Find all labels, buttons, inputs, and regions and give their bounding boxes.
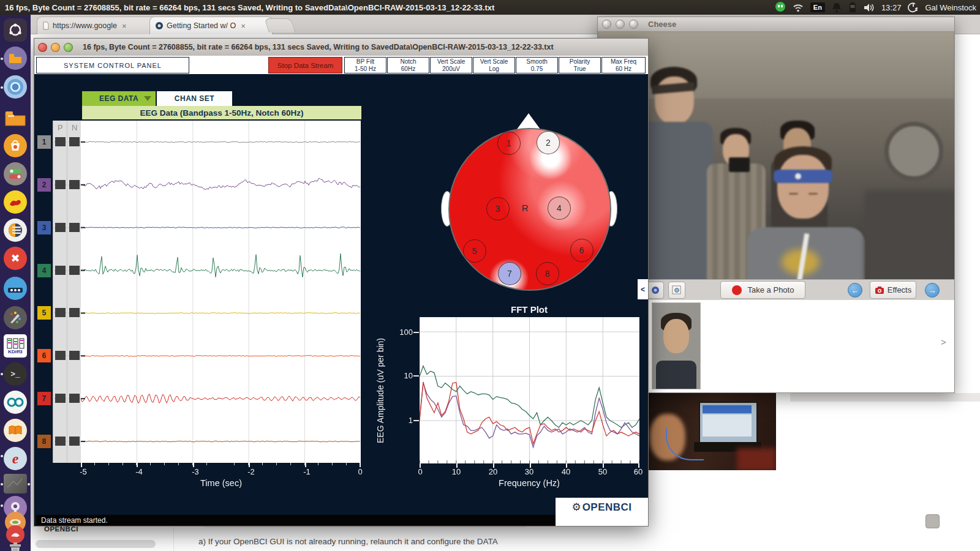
browser-tab-google[interactable]: https://www.google × (37, 17, 157, 34)
maximize-button-icon[interactable] (64, 43, 73, 52)
channel-button[interactable]: 2 (37, 178, 51, 192)
window-button-icon[interactable] (616, 20, 625, 29)
vert-scale-button[interactable]: Vert Scale200uV (430, 57, 472, 73)
polarity-button[interactable]: PolarityTrue (559, 57, 601, 73)
channel-button[interactable]: 6 (37, 349, 51, 362)
openbci-titlebar[interactable]: 16 fps, Byte Count = 27608855, bit rate … (34, 39, 648, 56)
bp-filter-button[interactable]: BP Filt1-50 Hz (344, 57, 386, 73)
impedance-p-button[interactable] (55, 223, 66, 232)
volume-icon[interactable] (864, 3, 875, 12)
channel-button[interactable]: 1 (37, 135, 51, 149)
files-icon[interactable] (4, 47, 27, 70)
x-tick-mark (305, 463, 306, 467)
e-script-app-icon[interactable]: e (4, 447, 27, 470)
system-settings-icon[interactable] (4, 162, 27, 186)
channel-button[interactable]: 4 (37, 264, 51, 277)
genie-app-icon[interactable] (4, 190, 27, 214)
electrode-6[interactable]: 6 (570, 239, 594, 262)
terminal-icon[interactable]: >_ (4, 362, 27, 386)
new-tab-button[interactable] (264, 18, 295, 32)
smooth-button[interactable]: Smooth0.75 (516, 57, 558, 73)
photo-viewer-button[interactable] (668, 282, 685, 299)
tab-eeg-data[interactable]: EEG DATA (82, 91, 156, 106)
vert-scale-log-button[interactable]: Vert ScaleLog (473, 57, 515, 73)
toggle-bottom: True (559, 66, 600, 73)
impedance-p-button[interactable] (55, 351, 66, 360)
tab-close-icon[interactable]: × (122, 21, 127, 31)
electrode-8[interactable]: 8 (536, 262, 559, 285)
layout-collapse-button[interactable]: < (638, 279, 648, 299)
channel-button[interactable]: 3 (37, 221, 51, 234)
arduino-icon[interactable] (4, 391, 27, 414)
impedance-n-button[interactable] (69, 180, 80, 189)
electrode-4[interactable]: 4 (548, 197, 571, 220)
channel-button[interactable]: 7 (37, 392, 51, 405)
thumbnail-scroll-right[interactable]: > (941, 337, 946, 347)
photo-thumbnail[interactable] (652, 302, 701, 389)
max-freq-button[interactable]: Max Freq60 Hz (601, 57, 646, 73)
impedance-p-button[interactable] (55, 266, 66, 275)
take-photo-button[interactable]: Take a Photo (720, 281, 805, 299)
browser-tab-getting-started[interactable]: Getting Started w/ O × (149, 17, 273, 34)
impedance-n-button[interactable] (69, 437, 80, 446)
electrode-3[interactable]: 3 (486, 197, 510, 220)
impedance-n-button[interactable] (69, 308, 80, 317)
webcam-source-button[interactable] (647, 282, 664, 299)
session-menu-icon[interactable] (908, 2, 918, 13)
impedance-p-button[interactable] (55, 137, 66, 146)
wifi-icon[interactable] (793, 3, 804, 12)
hangouts-icon[interactable] (775, 2, 786, 13)
chromium-icon[interactable] (4, 75, 27, 99)
window-button-icon[interactable] (629, 20, 638, 29)
electrode-2[interactable]: 2 (537, 131, 560, 154)
notification-bell-icon[interactable] (832, 2, 842, 13)
eclipse-icon[interactable] (4, 219, 27, 242)
book-reader-icon[interactable] (4, 419, 27, 442)
chevron-down-icon (144, 96, 151, 101)
clock[interactable]: 13:27 (881, 3, 902, 12)
x-tick: 20 (489, 467, 497, 476)
electrode-1[interactable]: 1 (497, 132, 521, 155)
screenshot-thumbnail-icon[interactable] (4, 474, 27, 493)
keyboard-layout-indicator[interactable]: En (810, 2, 825, 12)
ubuntu-dash-icon[interactable] (4, 18, 27, 42)
red-x-app-icon[interactable]: ✖ (4, 247, 27, 270)
fft-y-axis-label: EEG Amplitude (uV per bin) (375, 338, 385, 443)
channel-button[interactable]: 8 (37, 435, 51, 448)
impedance-n-button[interactable] (69, 223, 80, 232)
channel-button[interactable]: 5 (37, 306, 51, 320)
gimp-icon[interactable] (4, 306, 27, 329)
folder-icon[interactable] (4, 106, 27, 129)
impedance-n-button[interactable] (69, 394, 80, 403)
secondary-video-frame (647, 392, 776, 470)
impedance-n-button[interactable] (69, 137, 80, 146)
impedance-p-button[interactable] (55, 394, 66, 403)
cheese-titlebar[interactable]: Cheese (598, 17, 954, 32)
tab-chan-set[interactable]: CHAN SET (157, 91, 232, 106)
impedance-p-button[interactable] (55, 180, 66, 189)
effects-button[interactable]: Effects (870, 281, 916, 299)
impedance-n-button[interactable] (69, 351, 80, 360)
window-button-icon[interactable] (602, 20, 611, 29)
kdiff3-icon[interactable]: KDiff3 (4, 334, 27, 358)
effects-next-button[interactable]: → (925, 283, 940, 298)
electrode-7[interactable]: 7 (498, 262, 521, 285)
effects-prev-button[interactable]: ← (848, 283, 862, 298)
impedance-p-button[interactable] (55, 308, 66, 317)
minimize-button-icon[interactable] (51, 43, 60, 52)
blue-dots-app-icon[interactable] (4, 277, 27, 300)
impedance-p-button[interactable] (55, 437, 66, 446)
software-center-icon[interactable] (4, 134, 27, 157)
tab-close-icon[interactable]: × (241, 21, 246, 31)
page-corner-widget[interactable] (925, 514, 940, 528)
system-control-panel-button[interactable]: SYSTEM CONTROL PANEL (36, 57, 189, 73)
impedance-n-button[interactable] (69, 266, 80, 275)
eeg-data-header: EEG Data (Bandpass 1-50Hz, Notch 60Hz) (82, 106, 361, 119)
battery-icon[interactable] (848, 2, 857, 13)
notch-button[interactable]: Notch60Hz (387, 57, 429, 73)
trash-icon[interactable] (4, 539, 27, 551)
close-button-icon[interactable] (38, 43, 47, 52)
stop-data-stream-button[interactable]: Stop Data Stream (268, 57, 342, 73)
user-name[interactable]: Gal Weinstock (925, 3, 976, 12)
electrode-5[interactable]: 5 (463, 239, 486, 263)
